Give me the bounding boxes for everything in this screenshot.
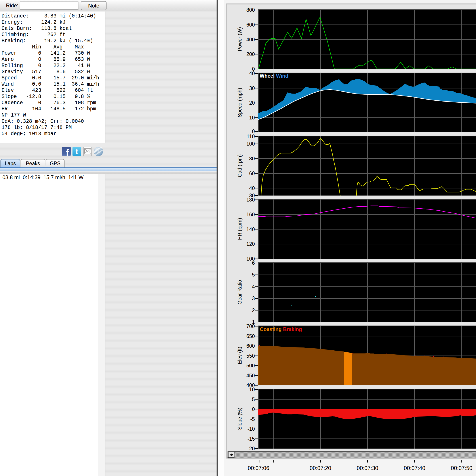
svg-text:550: 550 <box>246 353 255 359</box>
svg-text:450: 450 <box>246 373 255 378</box>
svg-text:20: 20 <box>249 100 255 106</box>
svg-text:Wheel Wind: Wheel Wind <box>260 73 289 79</box>
svg-text:100: 100 <box>246 141 255 147</box>
svg-text:400: 400 <box>246 37 255 42</box>
svg-text:30: 30 <box>249 85 255 91</box>
svg-text:Speed (mph): Speed (mph) <box>237 88 243 117</box>
svg-text:Gear Ratio: Gear Ratio <box>237 280 243 304</box>
svg-text:600: 600 <box>246 22 255 28</box>
svg-text:5: 5 <box>252 397 255 402</box>
svg-text:00:07:30: 00:07:30 <box>357 465 378 471</box>
svg-text:-5: -5 <box>250 416 255 422</box>
svg-text:0: 0 <box>252 406 255 412</box>
svg-text:60: 60 <box>249 170 255 176</box>
svg-text:-15: -15 <box>248 436 255 442</box>
svg-text:10: 10 <box>249 387 255 392</box>
svg-text:00:07:40: 00:07:40 <box>404 465 425 471</box>
svg-text:110: 110 <box>247 134 255 139</box>
svg-text:Cad (rpm): Cad (rpm) <box>237 154 243 177</box>
svg-text:40: 40 <box>249 185 255 191</box>
svg-text:00:07:20: 00:07:20 <box>310 465 331 471</box>
svg-text:700: 700 <box>246 323 255 329</box>
svg-text:3: 3 <box>252 295 255 301</box>
svg-text:Coasting Braking: Coasting Braking <box>260 327 302 332</box>
svg-text:00:07:06: 00:07:06 <box>248 465 269 471</box>
svg-text:600: 600 <box>246 343 255 349</box>
svg-text:500: 500 <box>246 363 255 368</box>
svg-text:-10: -10 <box>248 426 255 432</box>
svg-text:80: 80 <box>249 156 255 162</box>
svg-text:160: 160 <box>246 212 255 218</box>
svg-text:4: 4 <box>252 284 255 290</box>
svg-text:10: 10 <box>249 115 255 121</box>
svg-text:-20: -20 <box>248 446 255 451</box>
svg-text:Power (W): Power (W) <box>237 27 243 51</box>
svg-text:00:07:50: 00:07:50 <box>451 465 472 471</box>
svg-text:5: 5 <box>252 272 255 278</box>
svg-text:120: 120 <box>246 241 255 247</box>
svg-text:6: 6 <box>252 260 255 266</box>
svg-text:40: 40 <box>249 71 255 76</box>
svg-text:Elev (ft): Elev (ft) <box>237 347 243 364</box>
svg-text:2: 2 <box>252 308 255 313</box>
svg-text:650: 650 <box>246 333 255 339</box>
svg-text:140: 140 <box>246 226 255 232</box>
svg-text:HR (bpm): HR (bpm) <box>237 218 243 240</box>
svg-text:200: 200 <box>246 51 255 57</box>
svg-text:Slope (%): Slope (%) <box>237 408 243 430</box>
svg-text:800: 800 <box>246 7 255 13</box>
svg-text:180: 180 <box>246 197 255 203</box>
